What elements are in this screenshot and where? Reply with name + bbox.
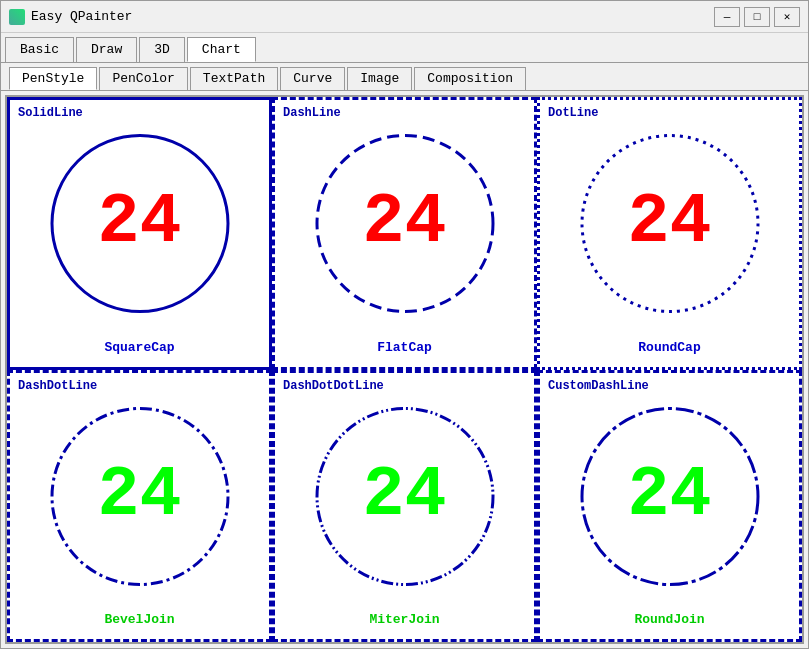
subtab-pencolor[interactable]: PenColor [99, 67, 187, 90]
main-window: Easy QPainter — □ ✕ Basic Draw 3D Chart … [0, 0, 809, 649]
number-dashdotline: 24 [97, 461, 181, 531]
window-controls: — □ ✕ [714, 7, 800, 27]
cell-solid-line: SolidLine 24 SquareCap [7, 97, 272, 370]
number-dotline: 24 [627, 188, 711, 258]
app-icon [9, 9, 25, 25]
tab-chart[interactable]: Chart [187, 37, 256, 62]
sublabel-dashline: FlatCap [377, 340, 432, 355]
subtab-curve[interactable]: Curve [280, 67, 345, 90]
sub-tab-bar: PenStyle PenColor TextPath Curve Image C… [1, 63, 808, 91]
sublabel-dashdotline: BevelJoin [104, 612, 174, 627]
tab-3d[interactable]: 3D [139, 37, 185, 62]
cell-label-dashdotline: DashDotLine [18, 379, 97, 393]
cell-label-dotline: DotLine [548, 106, 598, 120]
subtab-textpath[interactable]: TextPath [190, 67, 278, 90]
subtab-image[interactable]: Image [347, 67, 412, 90]
subtab-composition[interactable]: Composition [414, 67, 526, 90]
cell-label-dashdotdotline: DashDotDotLine [283, 379, 384, 393]
number-solidline: 24 [97, 188, 181, 258]
cell-dot-line: DotLine 24 RoundCap [537, 97, 802, 370]
content-area: SolidLine 24 SquareCap DashLine 24 FlatC… [5, 95, 804, 644]
cell-label-customdashline: CustomDashLine [548, 379, 649, 393]
minimize-button[interactable]: — [714, 7, 740, 27]
maximize-button[interactable]: □ [744, 7, 770, 27]
number-dashline: 24 [362, 188, 446, 258]
window-title: Easy QPainter [31, 9, 714, 24]
cell-label-solidline: SolidLine [18, 106, 83, 120]
sublabel-solidline: SquareCap [104, 340, 174, 355]
sublabel-dashdotdotline: MiterJoin [369, 612, 439, 627]
sublabel-customdashline: RoundJoin [634, 612, 704, 627]
title-bar: Easy QPainter — □ ✕ [1, 1, 808, 33]
cell-dash-line: DashLine 24 FlatCap [272, 97, 537, 370]
number-dashdotdotline: 24 [362, 461, 446, 531]
sublabel-dotline: RoundCap [638, 340, 700, 355]
tab-basic[interactable]: Basic [5, 37, 74, 62]
close-button[interactable]: ✕ [774, 7, 800, 27]
number-customdashline: 24 [627, 461, 711, 531]
main-tab-bar: Basic Draw 3D Chart [1, 33, 808, 63]
cell-custom-dash-line: CustomDashLine 24 RoundJoin [537, 370, 802, 643]
cell-dashdotdot-line: DashDotDotLine 24 MiterJoin [272, 370, 537, 643]
cell-label-dashline: DashLine [283, 106, 341, 120]
cell-dashdot-line: DashDotLine 24 BevelJoin [7, 370, 272, 643]
tab-draw[interactable]: Draw [76, 37, 137, 62]
subtab-penstyle[interactable]: PenStyle [9, 67, 97, 90]
